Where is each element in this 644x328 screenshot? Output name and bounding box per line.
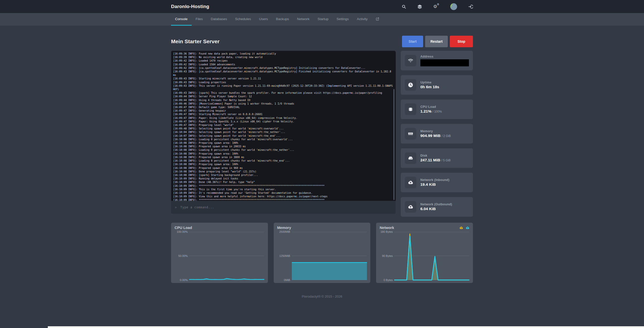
command-input[interactable] [180,205,392,209]
prompt-icon: » [175,205,177,210]
stat-suffix: / 2 GiB [441,134,451,138]
tab-files[interactable]: Files [192,13,207,26]
command-input-row: » [171,201,396,214]
page-footer: Pterodactyl® © 2015 - 2026 [0,295,644,298]
top-header: Daronlo-Hosting ⚙⚙ [0,0,644,13]
horizontal-scrollbar[interactable] [48,326,644,328]
server-tab-bar: ConsoleFilesDatabasesSchedulesUsersBacku… [0,13,644,26]
stop-button[interactable]: Stop [450,36,473,47]
microchip-icon [405,104,416,115]
stat-value: 904.99 MiB / 2 GiB [420,133,469,138]
hdd-icon [405,152,416,164]
external-link-icon[interactable] [372,13,383,26]
footer-copyright: Pterodactyl® © 2015 - 2026 [0,295,644,298]
cloud-upload-icon [466,226,469,230]
title-row: Mein Starter Server Start Restart Stop [171,36,473,47]
stat-label: Address [420,55,469,58]
stat-suffix: / 100% [432,110,442,113]
network-chart [394,232,469,280]
tab-network[interactable]: Network [293,13,314,26]
cloud-download-icon [459,226,463,230]
tab-schedules[interactable]: Schedules [231,13,255,26]
tab-settings[interactable]: Settings [333,13,353,26]
cloud-download-icon [405,177,416,188]
stat-card-disk: Disk 247.11 MiB / 5 GiB [401,148,473,168]
tab-users[interactable]: Users [255,13,272,26]
stat-value: 247.11 MiB / 5 GiB [420,158,469,162]
stat-card-memory: Memory 904.99 MiB / 2 GiB [401,124,473,144]
brand-title[interactable]: Daronlo-Hosting [171,4,209,9]
header-icons: ⚙⚙ [401,3,473,10]
stat-value: 19.4 KiB [420,182,469,187]
main-content: Mein Starter Server Start Restart Stop [… [171,36,473,283]
memory-chart-card: Memory2500MiB1250MiB0MiB [274,223,371,283]
tab-console[interactable]: Console [171,13,192,26]
signout-icon[interactable] [468,4,473,9]
memory-chart-title: Memory [277,226,291,230]
server-title: Mein Starter Server [171,38,220,44]
stat-label: Network (Outbound) [420,203,469,206]
console-scrollbar[interactable] [393,89,394,200]
clock-icon [405,79,416,91]
search-icon[interactable] [401,4,406,9]
stat-label: CPU Load [420,105,469,109]
charts-row: CPU Load100.00%50.00%0.00%Memory2500MiB1… [171,223,473,283]
console-log[interactable]: [16:09:36 INFO]: Found new data pack pap… [171,51,396,201]
memory-icon [405,128,416,139]
avatar[interactable] [450,3,457,10]
power-buttons: Start Restart Stop [402,36,473,47]
tab-databases[interactable]: Databases [207,13,231,26]
stat-card-network-outbound: Network (Outbound) 6.04 KiB [401,197,473,217]
cogs-icon[interactable]: ⚙⚙ [433,4,439,9]
network-chart-title: Network [380,226,394,230]
stat-label: Disk [420,154,469,157]
stat-label: Memory [420,129,469,133]
stat-card-uptime: Uptime 0h 6m 18s [401,75,473,95]
layers-icon[interactable] [417,4,422,9]
tab-activity[interactable]: Activity [353,13,372,26]
cpu-load-chart-card: CPU Load100.00%50.00%0.00% [171,223,268,283]
memory-chart [292,232,367,280]
stats-sidebar: Address Uptime 0h 6m 18s CPU Load 1.21% … [401,51,473,217]
network-chart-legend [459,226,469,230]
stat-value: 0h 6m 18s [420,85,469,89]
stat-value: 6.04 KiB [420,207,469,211]
cpu-load-chart [189,232,264,280]
stat-card-address: Address [401,51,473,70]
stat-label: Network (Inbound) [420,178,469,182]
stat-card-cpu-load: CPU Load 1.21% / 100% [401,100,473,119]
network-chart-card: Network180 Bytes90 Bytes0 Bytes [376,223,473,283]
redacted-address-value [420,59,469,66]
console-panel: [16:09:36 INFO]: Found new data pack pap… [171,51,396,214]
restart-button[interactable]: Restart [425,36,448,47]
cpu-load-chart-title: CPU Load [175,226,192,230]
stat-card-network-inbound: Network (Inbound) 19.4 KiB [401,173,473,192]
tab-backups[interactable]: Backups [272,13,293,26]
stat-value: 1.21% / 100% [420,109,469,114]
pterodactyl-panel: Daronlo-Hosting ⚙⚙ ConsoleFilesDatabases… [0,0,644,298]
stat-label: Uptime [420,81,469,84]
cloud-upload-icon [405,201,416,213]
wifi-icon [405,55,416,66]
stat-suffix: / 5 GiB [441,159,451,162]
tab-startup[interactable]: Startup [313,13,333,26]
start-button[interactable]: Start [402,36,423,47]
